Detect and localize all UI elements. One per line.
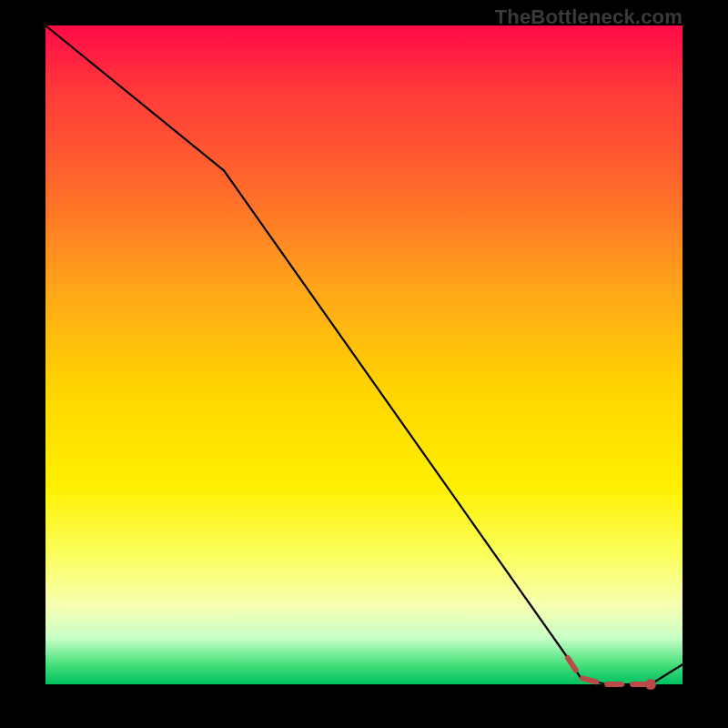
- plot-area: [46, 25, 682, 684]
- plot-svg: [46, 25, 682, 684]
- recommended-point-marker: [645, 679, 656, 690]
- bottleneck-curve: [46, 25, 682, 684]
- chart-frame: TheBottleneck.com: [0, 0, 728, 728]
- recommended-range-line: [568, 658, 651, 684]
